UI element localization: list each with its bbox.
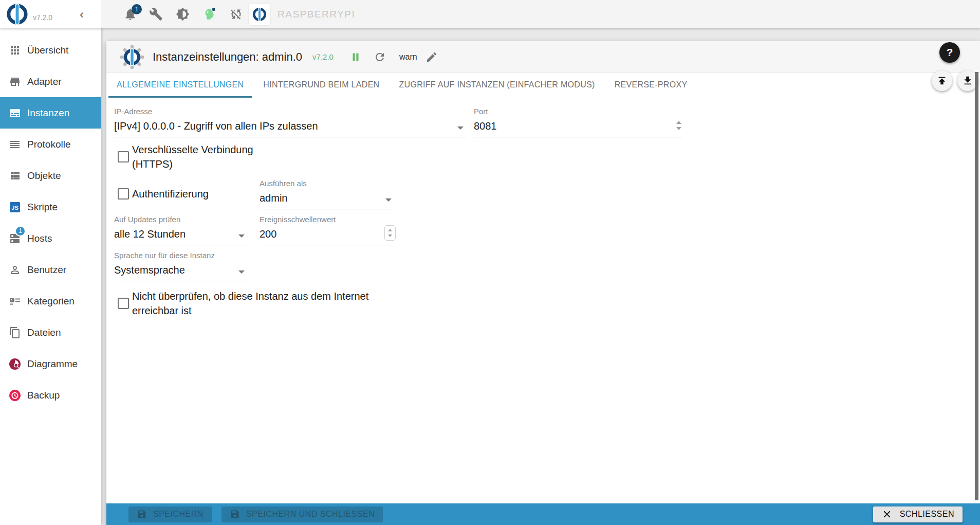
expert-mode-icon[interactable] xyxy=(202,7,216,21)
help-button[interactable]: ? xyxy=(939,42,960,63)
instances-card-icon xyxy=(9,107,21,119)
edit-log-level-icon[interactable] xyxy=(426,51,438,63)
sidebar-item-instanzen[interactable]: Instanzen xyxy=(0,97,101,129)
number-stepper[interactable] xyxy=(675,119,682,132)
https-checkbox[interactable] xyxy=(118,151,129,162)
ip-address-field: IP-Adresse [IPv4] 0.0.0.0 - Zugriff von … xyxy=(114,107,467,137)
top-bar: v7.2.0 ‹ 1 RASPBERRYPI xyxy=(0,0,980,28)
language-field: Sprache nur für diese Instanz Systemspra… xyxy=(114,251,248,281)
sidebar-item-adapter[interactable]: Adapter xyxy=(0,66,101,97)
event-threshold-field: Ereignisschwellenwert 200 xyxy=(260,215,395,245)
save-icon xyxy=(137,509,147,519)
javascript-icon: JS xyxy=(9,201,21,213)
save-button[interactable]: SPEICHERN xyxy=(128,506,212,522)
sidebar-item-benutzer[interactable]: Benutzer xyxy=(0,254,101,285)
notifications-badge: 1 xyxy=(132,4,142,14)
run-as-value: admin xyxy=(260,192,287,204)
save-button-label: SPEICHERN xyxy=(153,510,204,519)
iobroker-logo xyxy=(5,2,29,26)
run-as-label: Ausführen als xyxy=(260,179,395,189)
wrench-settings-icon[interactable] xyxy=(149,7,163,21)
event-threshold-input[interactable]: 200 xyxy=(260,225,395,245)
instance-version: v7.2.0 xyxy=(312,52,334,61)
sidebar-item-skripte[interactable]: JS Skripte xyxy=(0,191,101,223)
files-copy-icon xyxy=(9,327,21,339)
close-button[interactable]: SCHLIESSEN xyxy=(873,506,963,522)
sidebar-item-uebersicht[interactable]: Übersicht xyxy=(0,34,101,66)
dialog-tabs: ALLGEMEINE EINSTELLUNGEN HINTERGRUND BEI… xyxy=(106,73,980,98)
check-updates-value: alle 12 Stunden xyxy=(114,228,186,240)
port-field: Port 8081 xyxy=(474,107,682,137)
ip-address-select[interactable]: [IPv4] 0.0.0.0 - Zugriff von allen IPs z… xyxy=(114,117,467,137)
sidebar-item-objekte[interactable]: Objekte xyxy=(0,160,101,191)
sidebar-item-label: Übersicht xyxy=(27,45,68,56)
check-updates-label: Auf Updates prüfen xyxy=(114,215,248,225)
sync-disabled-icon[interactable] xyxy=(229,7,243,21)
internet-check-line1: Nicht überprüfen, ob diese Instanz aus d… xyxy=(132,289,368,303)
import-settings-button[interactable] xyxy=(932,70,952,91)
chevron-down-icon xyxy=(238,270,245,274)
scrollbar-thumb[interactable] xyxy=(975,72,978,500)
port-input[interactable]: 8081 xyxy=(474,117,682,137)
dialog-footer: SPEICHERN SPEICHERN UND SCHLIESSEN SCHLI… xyxy=(106,503,980,525)
event-threshold-value: 200 xyxy=(260,228,276,240)
charts-pie-icon xyxy=(9,358,21,370)
sidebar-item-label: Diagramme xyxy=(27,358,78,370)
number-stepper[interactable] xyxy=(384,225,396,241)
tab-hintergrund-beim-laden[interactable]: HINTERGRUND BEIM LADEN xyxy=(255,73,387,98)
host-logo[interactable] xyxy=(249,4,270,25)
restart-instance-icon[interactable] xyxy=(374,51,386,63)
iobroker-host-icon xyxy=(251,6,268,23)
sidebar-item-kategorien[interactable]: Kategorien xyxy=(0,285,101,317)
pause-instance-icon[interactable] xyxy=(350,51,361,63)
backup-history-icon xyxy=(9,389,21,402)
tab-zugriff-auf-instanzen[interactable]: ZUGRIFF AUF INSTANZEN (EINFACHER MODUS) xyxy=(391,73,603,98)
sidebar-item-hosts[interactable]: 1 Hosts xyxy=(0,223,101,254)
internet-check-line2: erreichbar ist xyxy=(132,303,368,318)
auth-checkbox[interactable] xyxy=(118,188,129,200)
sidebar-item-dateien[interactable]: Dateien xyxy=(0,317,101,348)
internet-check-checkbox[interactable] xyxy=(118,298,129,309)
sidebar-item-label: Skripte xyxy=(27,202,58,213)
check-updates-field: Auf Updates prüfen alle 12 Stunden xyxy=(114,215,248,245)
port-label: Port xyxy=(474,107,682,117)
sidebar-item-label: Objekte xyxy=(27,170,61,182)
svg-text:JS: JS xyxy=(11,204,18,210)
auth-label[interactable]: Authentifizierung xyxy=(132,187,209,201)
instance-settings-dialog: Instanzeinstellungen: admin.0 v7.2.0 war… xyxy=(106,41,980,525)
sidebar-item-diagramme[interactable]: Diagramme xyxy=(0,348,101,379)
collapse-menu-icon[interactable]: ‹ xyxy=(75,8,88,22)
categories-icon xyxy=(9,295,21,307)
run-as-select[interactable]: admin xyxy=(260,189,395,209)
dialog-header: Instanzeinstellungen: admin.0 v7.2.0 war… xyxy=(106,41,980,73)
tab-allgemeine-einstellungen[interactable]: ALLGEMEINE EINSTELLUNGEN xyxy=(108,73,252,98)
tab-reverse-proxy[interactable]: REVERSE-PROXY xyxy=(606,73,696,98)
sidebar-item-protokolle[interactable]: Protokolle xyxy=(0,129,101,160)
sidebar-item-backup[interactable]: Backup xyxy=(0,379,101,411)
save-and-close-button[interactable]: SPEICHERN UND SCHLIESSEN xyxy=(221,506,383,522)
chevron-down-icon xyxy=(385,198,392,202)
language-value: Systemsprache xyxy=(114,264,185,276)
port-value: 8081 xyxy=(474,120,497,132)
chevron-down-icon xyxy=(238,234,245,238)
download-icon xyxy=(962,75,973,86)
https-label[interactable]: Verschlüsselte Verbindung (HTTPS) xyxy=(132,142,253,171)
sidebar-item-label: Backup xyxy=(27,390,60,401)
chevron-down-icon xyxy=(457,126,464,130)
upload-icon xyxy=(936,75,948,86)
internet-check-label[interactable]: Nicht überprüfen, ob diese Instanz aus d… xyxy=(132,289,368,318)
object-list-icon xyxy=(9,170,21,182)
sidebar-item-label: Instanzen xyxy=(27,107,69,119)
theme-brightness-icon[interactable] xyxy=(176,7,190,21)
dialog-title: Instanzeinstellungen: admin.0 xyxy=(153,50,302,64)
log-lines-icon xyxy=(9,138,21,151)
save-and-close-button-label: SPEICHERN UND SCHLIESSEN xyxy=(246,510,375,519)
hosts-badge: 1 xyxy=(15,226,26,237)
language-select[interactable]: Systemsprache xyxy=(114,261,248,281)
close-icon xyxy=(881,509,893,520)
ip-address-value: [IPv4] 0.0.0.0 - Zugriff von allen IPs z… xyxy=(114,120,318,132)
check-updates-select[interactable]: alle 12 Stunden xyxy=(114,225,248,245)
https-label-line1: Verschlüsselte Verbindung xyxy=(132,142,253,157)
log-level-button[interactable]: warn xyxy=(399,52,417,62)
close-button-label: SCHLIESSEN xyxy=(900,510,954,519)
